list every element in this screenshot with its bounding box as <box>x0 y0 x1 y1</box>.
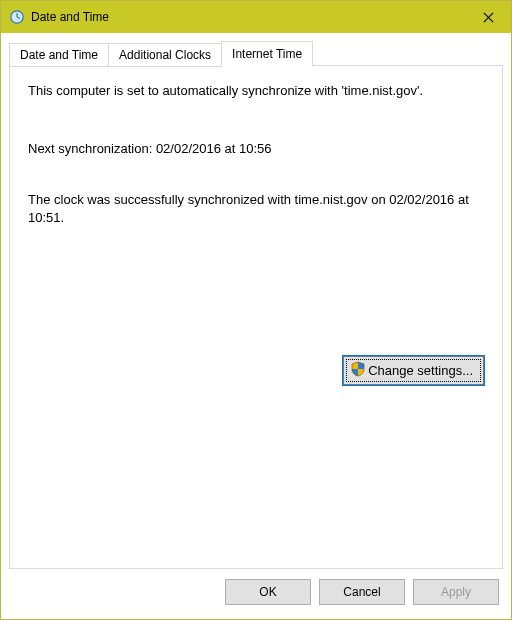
tab-internet-time[interactable]: Internet Time <box>221 41 313 66</box>
next-sync-text: Next synchronization: 02/02/2016 at 10:5… <box>28 140 484 158</box>
change-settings-row: Change settings... <box>28 356 484 385</box>
window-title: Date and Time <box>31 10 465 24</box>
tab-date-and-time[interactable]: Date and Time <box>9 43 109 67</box>
dialog-button-row: OK Cancel Apply <box>9 569 503 611</box>
tab-additional-clocks[interactable]: Additional Clocks <box>108 43 222 67</box>
uac-shield-icon <box>350 361 366 380</box>
last-status-text: The clock was successfully synchronized … <box>28 191 484 226</box>
cancel-button[interactable]: Cancel <box>319 579 405 605</box>
tab-panel-internet-time: This computer is set to automatically sy… <box>9 65 503 569</box>
tabstrip: Date and Time Additional Clocks Internet… <box>9 41 503 66</box>
clock-icon <box>9 9 25 25</box>
sync-auto-text: This computer is set to automatically sy… <box>28 82 484 100</box>
ok-button[interactable]: OK <box>225 579 311 605</box>
change-settings-button[interactable]: Change settings... <box>343 356 484 385</box>
close-button[interactable] <box>465 1 511 33</box>
dialog-body: Date and Time Additional Clocks Internet… <box>1 33 511 619</box>
close-icon <box>483 12 494 23</box>
titlebar[interactable]: Date and Time <box>1 1 511 33</box>
apply-button: Apply <box>413 579 499 605</box>
change-settings-label: Change settings... <box>368 363 473 378</box>
